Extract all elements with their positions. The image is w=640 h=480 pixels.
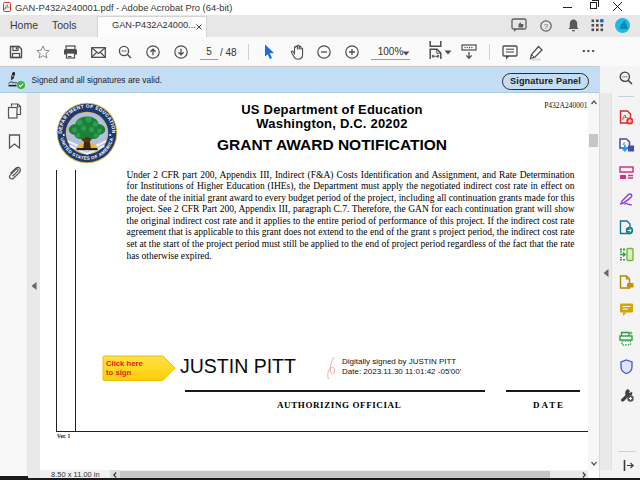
svg-text:?: ? <box>544 21 549 30</box>
